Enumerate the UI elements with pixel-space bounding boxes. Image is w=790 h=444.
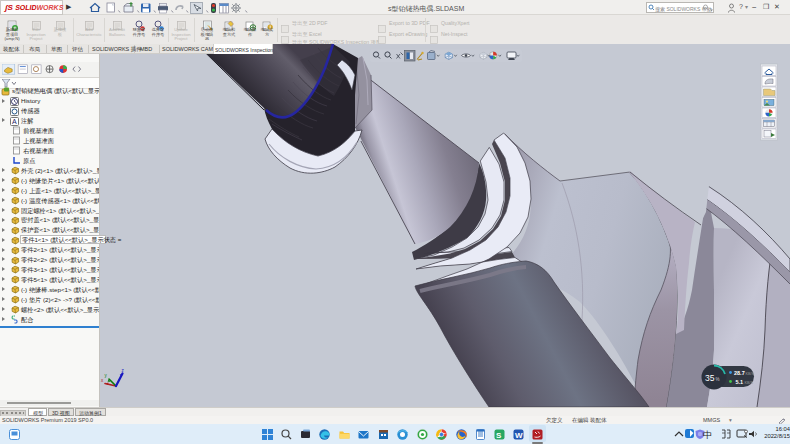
svg-text:KB/S: KB/S — [745, 381, 754, 385]
svg-text:28.7: 28.7 — [734, 370, 745, 376]
svg-text:A: A — [12, 118, 17, 125]
svg-text:35: 35 — [705, 373, 715, 383]
svg-text:W: W — [515, 431, 523, 440]
svg-text:%: % — [716, 377, 720, 382]
svg-text:5.1: 5.1 — [736, 379, 744, 385]
svg-text:S: S — [496, 431, 502, 440]
svg-text:KB/S: KB/S — [746, 372, 755, 376]
